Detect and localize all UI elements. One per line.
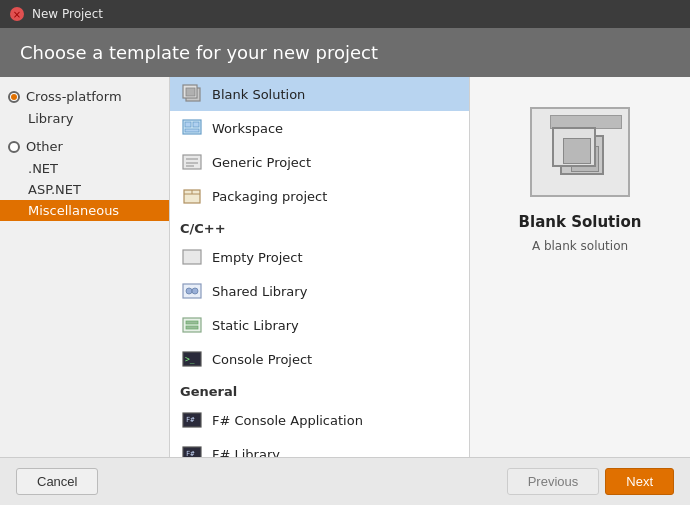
static-library-icon xyxy=(180,313,204,337)
template-label-static-library: Static Library xyxy=(212,318,299,333)
svg-rect-6 xyxy=(185,129,199,132)
svg-rect-10 xyxy=(186,165,194,167)
template-item-generic-project[interactable]: Generic Project xyxy=(170,145,469,179)
blank-solution-icon xyxy=(180,82,204,106)
empty-project-icon xyxy=(180,245,204,269)
svg-rect-17 xyxy=(186,321,198,324)
generic-project-icon xyxy=(180,150,204,174)
template-section-top: Blank Solution Workspace xyxy=(170,77,469,213)
template-label-fsharp-library: F# Library xyxy=(212,447,280,458)
blank-solution-preview-icon xyxy=(550,125,610,180)
title-bar: × New Project xyxy=(0,0,690,28)
section-label-general: General xyxy=(170,376,469,403)
radio-cross-platform[interactable] xyxy=(8,91,20,103)
dialog-footer: Cancel Previous Next xyxy=(0,457,690,505)
shared-library-icon xyxy=(180,279,204,303)
sidebar-group-cross-platform-label: Cross-platform xyxy=(26,89,122,104)
template-label-empty-project: Empty Project xyxy=(212,250,303,265)
sidebar-group-other[interactable]: Other xyxy=(0,135,169,158)
template-item-static-library[interactable]: Static Library xyxy=(170,308,469,342)
template-item-shared-library[interactable]: Shared Library xyxy=(170,274,469,308)
dialog-body: Cross-platform Library Other .NET ASP.NE… xyxy=(0,77,690,457)
template-label-shared-library: Shared Library xyxy=(212,284,307,299)
window-title: New Project xyxy=(32,7,103,21)
svg-point-14 xyxy=(186,288,192,294)
workspace-icon xyxy=(180,116,204,140)
svg-point-15 xyxy=(192,288,198,294)
sidebar-group-cross-platform[interactable]: Cross-platform xyxy=(0,85,169,108)
template-item-console-project[interactable]: >_ Console Project xyxy=(170,342,469,376)
template-item-fsharp-console[interactable]: F# F# Console Application xyxy=(170,403,469,437)
svg-rect-16 xyxy=(183,318,201,332)
template-label-generic-project: Generic Project xyxy=(212,155,311,170)
template-item-workspace[interactable]: Workspace xyxy=(170,111,469,145)
svg-text:>_: >_ xyxy=(185,355,195,364)
preview-title: Blank Solution xyxy=(519,213,642,231)
sidebar-item-library[interactable]: Library xyxy=(0,108,169,129)
svg-rect-4 xyxy=(185,122,191,127)
section-label-cpp: C/C++ xyxy=(170,213,469,240)
template-item-packaging-project[interactable]: Packaging project xyxy=(170,179,469,213)
close-icon: × xyxy=(13,9,21,20)
template-item-fsharp-library[interactable]: F# F# Library xyxy=(170,437,469,457)
svg-rect-12 xyxy=(183,250,201,264)
new-project-dialog: Choose a template for your new project C… xyxy=(0,28,690,505)
svg-rect-5 xyxy=(193,122,199,127)
next-button[interactable]: Next xyxy=(605,468,674,495)
svg-text:F#: F# xyxy=(186,450,195,457)
close-button[interactable]: × xyxy=(10,7,24,21)
sidebar-group-other-label: Other xyxy=(26,139,63,154)
dialog-header: Choose a template for your new project xyxy=(0,28,690,77)
template-section-cpp: C/C++ Empty Project xyxy=(170,213,469,376)
sidebar-item-dotnet[interactable]: .NET xyxy=(0,158,169,179)
fsharp-library-icon: F# xyxy=(180,442,204,457)
template-label-blank-solution: Blank Solution xyxy=(212,87,305,102)
template-item-empty-project[interactable]: Empty Project xyxy=(170,240,469,274)
cancel-button[interactable]: Cancel xyxy=(16,468,98,495)
bs-rect-front xyxy=(552,127,596,167)
nav-buttons: Previous Next xyxy=(507,468,674,495)
console-project-icon: >_ xyxy=(180,347,204,371)
sidebar-item-miscellaneous[interactable]: Miscellaneous xyxy=(0,200,169,221)
preview-description: A blank solution xyxy=(532,239,628,253)
template-label-console-project: Console Project xyxy=(212,352,312,367)
template-label-workspace: Workspace xyxy=(212,121,283,136)
preview-panel: Blank Solution A blank solution xyxy=(470,77,690,457)
svg-rect-8 xyxy=(186,158,198,160)
previous-button[interactable]: Previous xyxy=(507,468,600,495)
template-label-fsharp-console: F# Console Application xyxy=(212,413,363,428)
template-section-general: General F# F# Console Application xyxy=(170,376,469,457)
template-item-blank-solution[interactable]: Blank Solution xyxy=(170,77,469,111)
template-list: Blank Solution Workspace xyxy=(170,77,470,457)
radio-other[interactable] xyxy=(8,141,20,153)
bs-rect-inner-front xyxy=(563,138,591,164)
svg-text:F#: F# xyxy=(186,416,195,424)
svg-rect-18 xyxy=(186,326,198,329)
template-label-packaging-project: Packaging project xyxy=(212,189,327,204)
packaging-project-icon xyxy=(180,184,204,208)
sidebar-item-aspnet[interactable]: ASP.NET xyxy=(0,179,169,200)
fsharp-console-icon: F# xyxy=(180,408,204,432)
dialog-title: Choose a template for your new project xyxy=(20,42,378,63)
svg-rect-9 xyxy=(186,162,198,164)
svg-rect-2 xyxy=(186,88,195,96)
sidebar: Cross-platform Library Other .NET ASP.NE… xyxy=(0,77,170,457)
preview-image xyxy=(530,107,630,197)
